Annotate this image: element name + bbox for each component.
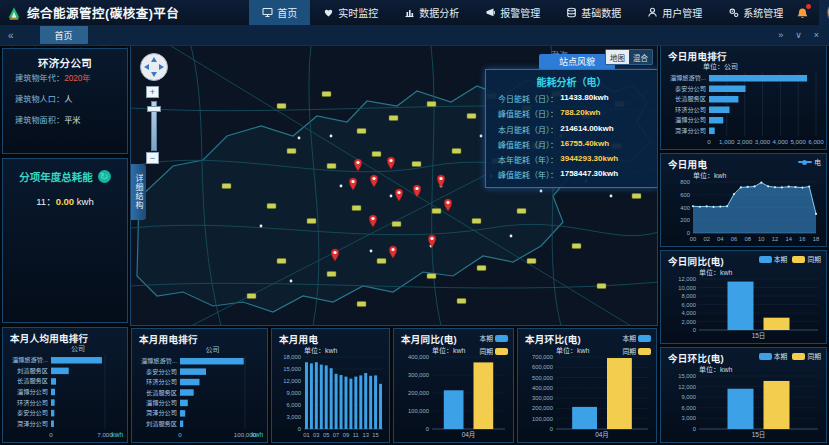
svg-text:单位：kwh: 单位：kwh [304,346,338,355]
map-zoom-in-button[interactable]: + [146,86,159,98]
svg-text:04月: 04月 [595,431,609,439]
refresh-icon[interactable]: ↻ [98,170,111,183]
company-panel-title: 环济分公司 [3,55,127,70]
map-panel[interactable]: + − 详细结构 渤海 站点风貌 地图 混合 能耗分析（电） 今日能耗（日）： … [130,45,658,326]
tab-window-controls: »∨× [778,30,829,40]
expand-icon[interactable]: » [778,30,783,40]
main-menu: 首页实时监控数据分析报警管理基础数据用户管理系统管理 [249,0,796,25]
pan-left-icon[interactable] [144,64,149,70]
svg-text:200: 200 [680,217,690,223]
svg-text:02: 02 [703,236,709,242]
road-shield [222,184,231,189]
road-shield [389,116,398,121]
svg-text:18: 18 [813,236,819,242]
svg-text:淄博旅游管...: 淄博旅游管... [670,74,706,82]
popup-stat-row: 峰值能耗（日）： 788.20kwh [498,108,657,119]
road-shield [372,152,381,157]
svg-text:0: 0 [426,426,429,432]
svg-text:300,000: 300,000 [408,372,429,378]
system-icon [728,7,739,18]
city-dot [510,235,513,238]
svg-text:0: 0 [178,431,182,438]
tab-home[interactable]: 首页 [40,26,88,44]
nav-item-home[interactable]: 首页 [249,0,310,25]
svg-text:400,000: 400,000 [532,385,553,391]
svg-text:05: 05 [323,432,329,438]
city-dot [330,135,333,138]
pan-right-icon[interactable] [159,64,164,70]
svg-text:0: 0 [707,138,711,145]
nav-item-system[interactable]: 系统管理 [715,0,796,25]
svg-text:200,000: 200,000 [532,405,553,411]
road-shield [357,302,366,307]
map-zoom-slider[interactable] [151,101,157,151]
road-shield [632,194,641,199]
svg-text:04: 04 [717,236,724,242]
legend-item: 同期 [622,346,651,356]
close-icon[interactable]: × [814,30,819,40]
svg-text:800: 800 [680,179,690,185]
popup-stat-row: 本月能耗（月）： 214614.00kwh [498,124,657,135]
nav-item-user[interactable]: 用户管理 [634,0,715,25]
svg-text:12: 12 [772,236,778,242]
svg-text:06: 06 [731,236,737,242]
user-menu[interactable]: 管理员 ▾ [819,0,829,25]
pan-down-icon[interactable] [151,72,157,77]
city-dot [540,190,543,193]
yearly-panel-title: 分项年度总耗能 ↻ [3,169,127,184]
svg-text:长清服务区: 长清服务区 [675,95,706,103]
road-shield [527,259,536,264]
svg-text:环济分公司: 环济分公司 [146,378,177,386]
svg-text:200,000: 200,000 [408,390,429,396]
svg-text:泰安分公司: 泰安分公司 [675,85,706,93]
svg-text:08: 08 [744,236,750,242]
road-shield [457,299,466,304]
svg-text:18,000: 18,000 [283,354,301,360]
pan-up-icon[interactable] [151,57,157,62]
chevron-down-icon[interactable]: ∨ [795,30,802,40]
road-shield [432,209,441,214]
monitor-icon [323,7,334,18]
today-rank-chart: 单位：公司01,0002,0003,0004,0005,0006,000淄博旅游… [663,61,824,147]
nav-item-alarm[interactable]: 报警管理 [472,0,553,25]
road-shield [357,129,366,134]
svg-text:环济分公司: 环济分公司 [675,106,706,114]
road-shield [472,219,481,224]
city-dot [290,280,293,283]
nav-item-basedata[interactable]: 基础数据 [553,0,634,25]
month-percap-rank-chart: 公司07,000淄博旅游管...刘清服务区长清服务区淄博分公司环济分公司泰安分公… [5,343,125,440]
svg-text:100,000: 100,000 [408,408,429,414]
popup-stat-row: 峰值能耗（月）： 16755.40kwh [498,139,657,150]
svg-text:长清服务区: 长清服务区 [17,377,48,385]
nav-item-analysis[interactable]: 数据分析 [391,0,472,25]
road-shield [267,204,276,209]
nav-item-monitor[interactable]: 实时监控 [310,0,391,25]
svg-text:公司: 公司 [71,345,85,352]
map-zoom-out-button[interactable]: − [146,152,159,164]
month-mom-panel: 本月环比(电) 本期同期 单位：kwh0100,000200,000300,00… [517,328,657,443]
map-layer-toggle: 地图 混合 [605,49,653,65]
city-dot [298,137,301,140]
zoom-slider-handle[interactable] [147,106,161,112]
map-detail-structure-button[interactable]: 详细结构 [131,164,146,220]
notifications-bell-icon[interactable] [796,6,809,19]
sidebar-collapse-icon[interactable]: « [0,30,22,41]
today-yoy-chart: 单位：kwh02,0004,0006,0008,00010,00012,0001… [663,266,824,341]
svg-text:15日: 15日 [752,332,766,340]
svg-text:15日: 15日 [752,431,766,439]
month-mom-chart: 单位：kwh0100,000200,000300,000400,000500,0… [520,344,654,440]
svg-text:13: 13 [362,432,368,438]
road-shield [452,149,461,154]
popup-stat-row: 本年能耗（年）： 3944293.30kwh [498,154,657,165]
map-pan-control[interactable] [140,53,168,81]
svg-text:10,000: 10,000 [678,285,696,291]
popup-rows: 今日能耗（日）： 11433.80kwh峰值能耗（日）： 788.20kwh本月… [486,93,657,180]
site-view-button[interactable]: 站点风貌 [539,54,615,70]
svg-text:0: 0 [693,327,696,333]
company-info-panel: 环济分公司 建筑物年代：2020年建筑物人口：人建筑物面积：平米 [2,48,128,154]
road-shield [517,209,526,214]
toggle-map-option[interactable]: 地图 [606,50,629,64]
month-elec-panel: 本月用电 单位：kwh03,0006,0009,00012,00015,0001… [271,328,390,443]
svg-text:0: 0 [550,426,553,432]
toggle-hybrid-option[interactable]: 混合 [629,50,652,64]
